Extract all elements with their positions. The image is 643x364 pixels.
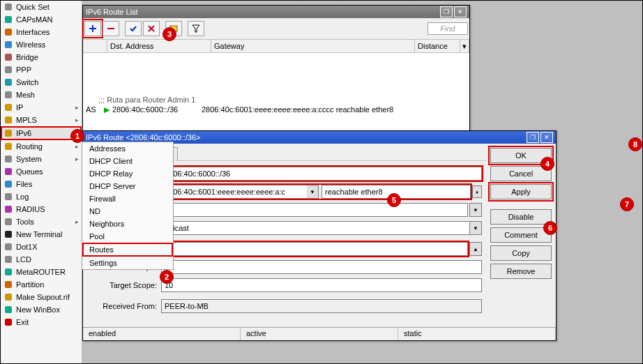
- apply-button[interactable]: Apply: [490, 184, 552, 199]
- sidebar-item-wireless[interactable]: Wireless: [1, 38, 82, 51]
- add-button[interactable]: [84, 21, 101, 36]
- enable-button[interactable]: [125, 21, 142, 36]
- status-bar: enabled active static: [83, 327, 556, 340]
- sidebar-item-tools[interactable]: Tools▸: [1, 215, 82, 228]
- menu-icon: [3, 40, 13, 50]
- menu-label: Tools: [16, 218, 75, 226]
- submenu-item-dhcp-relay[interactable]: DHCP Relay: [82, 167, 173, 180]
- menu-label: Log: [16, 192, 79, 201]
- sidebar-item-partition[interactable]: Partition: [1, 278, 82, 291]
- menu-label: RADIUS: [16, 205, 79, 213]
- svg-rect-16: [5, 206, 12, 213]
- menu-label: MPLS: [16, 116, 75, 124]
- find-input[interactable]: Find: [428, 22, 468, 35]
- col-dst[interactable]: Dst. Address: [107, 40, 211, 52]
- svg-rect-23: [5, 294, 12, 301]
- menu-icon: [3, 65, 13, 75]
- col-gateway[interactable]: Gateway: [211, 40, 415, 52]
- disable-button[interactable]: [143, 21, 160, 36]
- sidebar-item-exit[interactable]: Exit: [1, 316, 82, 328]
- svg-rect-13: [5, 168, 12, 175]
- col-distance[interactable]: Distance: [415, 40, 460, 52]
- distance-input[interactable]: 1: [161, 242, 468, 256]
- submenu-item-dhcp-client[interactable]: DHCP Client: [82, 155, 173, 167]
- sidebar-item-switch[interactable]: Switch: [1, 76, 82, 89]
- menu-label: Wireless: [16, 40, 79, 49]
- submenu-item-dhcp-server[interactable]: DHCP Server: [82, 180, 173, 192]
- type-input[interactable]: unicast: [161, 221, 470, 235]
- sidebar-item-capsman[interactable]: CAPsMAN: [1, 13, 82, 26]
- route-list-body[interactable]: ;;; Ruta para Router Admin 1 AS ▶ 2806:4…: [83, 53, 469, 131]
- submenu-item-nd[interactable]: ND: [82, 205, 173, 218]
- type-dropdown-icon[interactable]: ▼: [470, 221, 482, 235]
- sidebar-item-radius[interactable]: RADIUS: [1, 203, 82, 215]
- sidebar-item-mesh[interactable]: Mesh: [1, 89, 82, 101]
- sidebar-item-quick-set[interactable]: Quick Set: [1, 1, 82, 13]
- remove-button[interactable]: [103, 21, 119, 36]
- copy-button[interactable]: Copy: [490, 245, 552, 261]
- submenu-item-routes[interactable]: Routes: [82, 243, 173, 257]
- sidebar-item-lcd[interactable]: LCD: [1, 253, 82, 266]
- menu-icon: [3, 267, 13, 277]
- dst-address-input[interactable]: 2806:40c:6000::/36: [161, 167, 482, 181]
- submenu-item-pool[interactable]: Pool: [82, 230, 173, 243]
- col-flag[interactable]: [83, 40, 107, 52]
- restore-icon[interactable]: ❐: [527, 132, 539, 143]
- menu-label: System: [16, 155, 75, 163]
- sidebar-item-metarouter[interactable]: MetaROUTER: [1, 266, 82, 278]
- submenu-item-firewall[interactable]: Firewall: [82, 192, 173, 205]
- sidebar-item-ppp[interactable]: PPP: [1, 63, 82, 76]
- svg-rect-22: [5, 281, 12, 288]
- route-comment: ;;; Ruta para Router Admin 1: [83, 95, 469, 105]
- sidebar-item-files[interactable]: Files: [1, 178, 82, 190]
- gateway-input[interactable]: 2806:40c:6001:eeee:eeee:eeee:a:c: [161, 185, 307, 199]
- svg-rect-3: [5, 41, 12, 48]
- sidebar-item-ipv6[interactable]: IPv6▸: [1, 126, 82, 140]
- submenu-item-addresses[interactable]: Addresses: [82, 142, 173, 155]
- status-static: static: [398, 328, 556, 340]
- status-enabled: enabled: [83, 328, 241, 340]
- restore-icon[interactable]: ❐: [440, 6, 453, 17]
- menu-icon: [3, 2, 13, 12]
- sidebar-item-interfaces[interactable]: Interfaces: [1, 26, 82, 38]
- sidebar-item-dot1x[interactable]: Dot1X: [1, 241, 82, 253]
- table-row[interactable]: AS ▶ 2806:40c:6000::/36 2806:40c:6001:ee…: [83, 105, 469, 115]
- sidebar-item-bridge[interactable]: Bridge: [1, 51, 82, 63]
- disable-button[interactable]: Disable: [490, 209, 552, 225]
- route-list-titlebar[interactable]: IPv6 Route List ❐ ✕: [83, 6, 469, 18]
- submenu-item-neighbors[interactable]: Neighbors: [82, 218, 173, 230]
- close-icon[interactable]: ✕: [454, 6, 467, 17]
- sidebar-item-new-winbox[interactable]: New WinBox: [1, 303, 82, 316]
- menu-icon: [3, 280, 13, 289]
- sidebar-item-mpls[interactable]: MPLS▸: [1, 114, 82, 126]
- sidebar-item-log[interactable]: Log: [1, 190, 82, 203]
- svg-rect-20: [5, 256, 12, 263]
- menu-label: Routing: [16, 142, 75, 151]
- check-gateway-input[interactable]: [161, 203, 468, 217]
- filter-button[interactable]: [188, 21, 204, 36]
- svg-rect-8: [5, 104, 12, 111]
- submenu-item-settings[interactable]: Settings: [82, 257, 173, 269]
- sidebar-item-ip[interactable]: IP▸: [1, 101, 82, 114]
- col-menu-icon[interactable]: ▾: [460, 40, 469, 52]
- check-gateway-dropdown-icon[interactable]: ▼: [469, 203, 482, 217]
- distance-up-icon[interactable]: ▲: [469, 242, 482, 256]
- menu-icon: [3, 115, 13, 125]
- svg-rect-21: [5, 268, 12, 275]
- sidebar-item-new-terminal[interactable]: New Terminal: [1, 228, 82, 241]
- sidebar-item-routing[interactable]: Routing▸: [1, 140, 82, 153]
- remove-button[interactable]: Remove: [490, 264, 552, 279]
- gateway-add-icon[interactable]: ♦: [472, 185, 482, 198]
- sidebar-item-system[interactable]: System▸: [1, 153, 82, 165]
- chevron-right-icon: ▸: [75, 104, 79, 111]
- scope-input[interactable]: 30: [161, 260, 482, 274]
- svg-rect-7: [5, 91, 12, 98]
- menu-icon: [3, 242, 13, 252]
- comment-button[interactable]: Comment: [490, 227, 552, 243]
- close-icon[interactable]: ✕: [540, 132, 553, 143]
- sidebar-item-make-supout-rif[interactable]: Make Supout.rif: [1, 291, 82, 303]
- sidebar-item-queues[interactable]: Queues: [1, 165, 82, 178]
- menu-label: Quick Set: [16, 3, 79, 11]
- gateway-dropdown-icon[interactable]: ▼: [307, 185, 319, 199]
- target-scope-input[interactable]: 10: [161, 278, 482, 292]
